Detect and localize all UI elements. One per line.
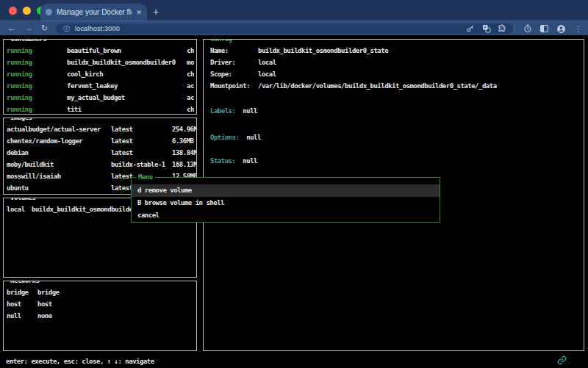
config-meta-row: Labels: null [204,105,584,117]
container-status: running [7,80,32,92]
window-controls [9,7,45,15]
container-status: running [7,104,32,115]
image-name: ubuntu [7,182,29,194]
image-tag: latest [111,135,133,147]
container-status: running [7,92,32,104]
image-row[interactable]: chentex/random-logger latest 6.36MB [4,135,196,147]
site-info-icon[interactable]: ⓘ [63,24,70,34]
browser-toolbar: ← → ↻ ⓘ localhost:3000 A ☆ [0,21,588,35]
container-status: running [7,68,32,80]
network-driver: bridge [7,286,29,298]
keybinding-hints: enter: execute, esc: close, ↑ ↓: navigat… [6,356,154,367]
container-row[interactable]: running cool_kirch ch [4,68,196,80]
image-size: 138.84MB [172,147,197,159]
image-name: chentex/random-logger [7,135,82,147]
networks-panel: Networks bridge bridge host host null [3,281,197,351]
container-name: my_actual_budget [67,92,125,104]
network-name: none [37,310,52,322]
translate-icon[interactable]: A [482,24,491,33]
container-image: ch [187,104,194,115]
new-tab-button[interactable]: + [153,4,159,21]
extension-clock-icon[interactable] [523,24,532,33]
tab-title: Manage your Docker fleet wi [57,8,132,16]
menu-item[interactable]: B browse volume in shell [132,197,440,209]
image-name: mosswill/isaiah [7,170,61,182]
container-row[interactable]: running my_actual_budget ac [4,92,196,104]
config-panel-title: Config [208,39,234,43]
container-status: running [7,45,32,57]
back-icon[interactable]: ← [7,21,16,36]
url-text[interactable]: localhost:3000 [75,25,466,32]
containers-list: running beautiful_brown ch running build… [4,40,196,114]
window-close-button[interactable] [9,7,17,15]
config-meta-label: Options: [210,134,239,141]
container-row[interactable]: running fervent_leakey ac [4,80,196,92]
image-size: 254.96MB [172,123,197,135]
image-size: 168.13MB [172,159,197,170]
network-driver: null [7,310,21,322]
forward-icon[interactable]: → [24,21,33,36]
container-image: ac [187,92,194,104]
config-meta-row: Status: null [204,155,584,167]
context-menu-title: Menu [136,173,155,181]
container-image: ch [187,45,194,57]
container-row[interactable]: running buildx_buildkit_osmondbuilder0 m… [4,57,196,68]
image-name: moby/buildkit [7,159,54,170]
config-meta-value: null [243,107,257,115]
network-row[interactable]: null none [4,310,196,322]
container-image: ac [187,80,194,92]
tab-favicon-icon [46,9,52,15]
image-name: debian [7,147,29,159]
networks-list: bridge bridge host host null none [4,281,196,350]
network-name: bridge [37,286,60,298]
container-name: cool_kirch [67,68,103,80]
container-row[interactable]: running titi ch [4,104,196,115]
config-meta-row: Options: null [204,131,584,143]
config-meta-label: Status: [210,157,235,165]
container-row[interactable]: running beautiful_brown ch [4,45,196,57]
browser-menu-icon[interactable]: ⋮ [574,25,582,33]
address-bar[interactable]: ⓘ localhost:3000 A ☆ [56,24,513,34]
image-row[interactable]: debian latest 138.84MB [4,147,196,159]
window-minimize-button[interactable] [23,7,31,15]
volume-driver: local [7,203,25,215]
reload-icon[interactable]: ↻ [41,21,48,36]
image-row[interactable]: actualbudget/actual-server latest 254.96… [4,123,196,135]
containers-panel: Containers running beautiful_brown ch ru… [3,39,197,115]
menu-item[interactable]: cancel [132,209,440,222]
connection-link-icon [557,356,567,367]
images-panel-title: Images [8,118,35,121]
network-row[interactable]: host host [4,298,196,310]
container-name: titi [67,104,82,115]
image-name: actualbudget/actual-server [7,123,101,135]
image-tag: latest [111,182,133,194]
browser-tab[interactable]: Manage your Docker fleet wi ✕ [40,4,147,21]
status-bar: enter: execute, esc: close, ↑ ↓: navigat… [0,354,588,368]
container-name: beautiful_brown [67,45,121,57]
network-row[interactable]: bridge bridge [4,286,196,298]
config-meta-value: null [243,157,257,165]
container-image: ch [187,68,194,80]
config-meta-label: Labels: [210,107,235,115]
image-tag: latest [111,170,133,182]
container-status: running [7,57,32,68]
password-key-icon[interactable] [466,25,474,33]
profile-avatar-icon[interactable] [556,24,566,34]
browser-window: Manage your Docker fleet wi ✕ + ← → ↻ ⓘ … [0,0,588,368]
networks-panel-title: Networks [8,281,41,284]
side-panel-icon[interactable] [540,25,548,32]
image-tag: buildx-stable-1 [111,159,165,170]
context-menu-items: d remove volume B browse volume in shell… [132,178,440,222]
tab-close-icon[interactable]: ✕ [136,9,142,16]
docker-tui: Containers running beautiful_brown ch ru… [0,35,588,368]
extensions-puzzle-icon[interactable] [498,24,506,33]
toolbar-extensions-area: ⋮ [498,24,582,34]
volumes-panel-title: Volumes [8,198,37,201]
image-tag: latest [111,123,133,135]
container-image: mo [187,57,194,68]
image-row[interactable]: moby/buildkit buildx-stable-1 168.13MB [4,159,196,170]
image-tag: latest [111,147,133,159]
image-size: 6.36MB [172,135,194,147]
menu-item[interactable]: d remove volume [132,184,440,197]
toolbar-separator [514,25,515,33]
